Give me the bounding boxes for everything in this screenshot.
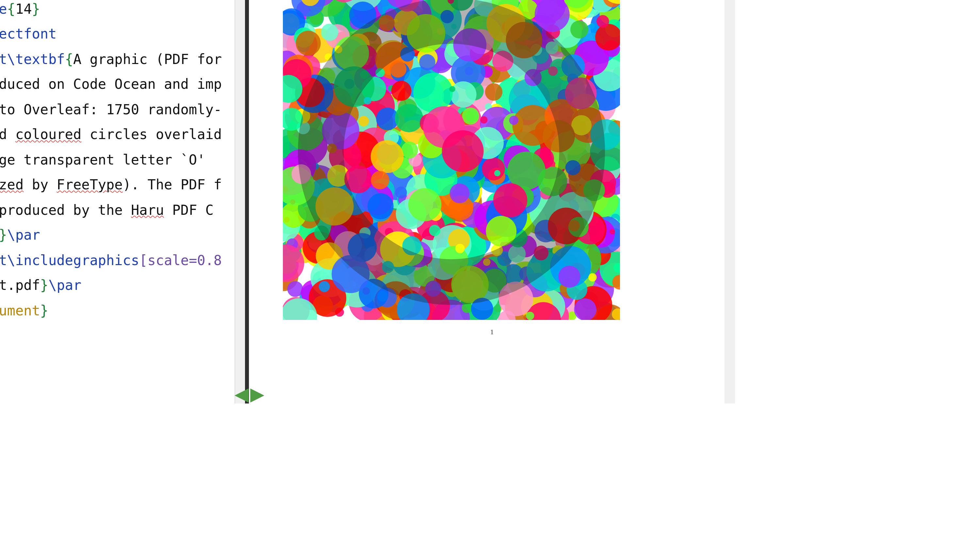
svg-point-900 <box>558 266 580 287</box>
svg-point-770 <box>321 24 339 41</box>
svg-point-839 <box>588 273 597 281</box>
svg-point-809 <box>462 107 479 124</box>
svg-point-813 <box>509 116 519 125</box>
svg-point-811 <box>401 141 418 158</box>
svg-point-748 <box>450 81 477 108</box>
svg-point-761 <box>574 298 596 320</box>
page-number: 1 <box>283 328 701 336</box>
svg-point-889 <box>442 130 484 172</box>
svg-point-915 <box>429 225 440 236</box>
code-editor[interactable]: \documentclass{article} \usepackage{grap… <box>0 0 235 403</box>
svg-point-822 <box>413 73 453 112</box>
svg-point-890 <box>526 311 534 320</box>
svg-point-888 <box>449 86 455 92</box>
svg-point-817 <box>494 170 500 176</box>
svg-point-850 <box>364 97 371 104</box>
svg-point-838 <box>570 20 588 38</box>
svg-point-759 <box>319 281 330 292</box>
editor-panel: Source Rich Text Edit Find More ◀ <box>0 0 249 403</box>
svg-point-903 <box>371 171 390 189</box>
svg-point-756 <box>358 116 369 126</box>
svg-point-887 <box>597 15 609 28</box>
split-right-icon[interactable]: ▶ <box>250 383 265 405</box>
svg-point-666 <box>455 244 465 253</box>
pdf-viewer[interactable]: A graphic (PDF format) produced on Code … <box>249 0 735 403</box>
svg-point-709 <box>368 193 394 219</box>
split-left-icon[interactable]: ◀ <box>235 383 249 405</box>
pdf-graphic <box>283 0 620 320</box>
svg-point-914 <box>493 183 527 217</box>
svg-point-767 <box>419 54 436 70</box>
svg-point-754 <box>395 186 407 198</box>
preview-panel: ▶ Preview Manual Auto up-to-date and sav… <box>249 0 735 403</box>
preview-scrollbar[interactable] <box>725 0 735 403</box>
svg-point-760 <box>391 81 412 101</box>
svg-point-877 <box>408 188 442 221</box>
svg-point-896 <box>450 184 470 203</box>
svg-point-866 <box>609 229 615 234</box>
svg-point-627 <box>390 61 406 77</box>
svg-point-674 <box>480 116 487 124</box>
svg-point-434 <box>288 281 303 297</box>
svg-point-871 <box>371 140 404 173</box>
svg-point-729 <box>485 83 503 100</box>
svg-point-704 <box>482 157 505 181</box>
svg-point-793 <box>395 104 423 132</box>
editor-scrollbar[interactable] <box>235 0 245 403</box>
svg-point-911 <box>296 31 320 56</box>
